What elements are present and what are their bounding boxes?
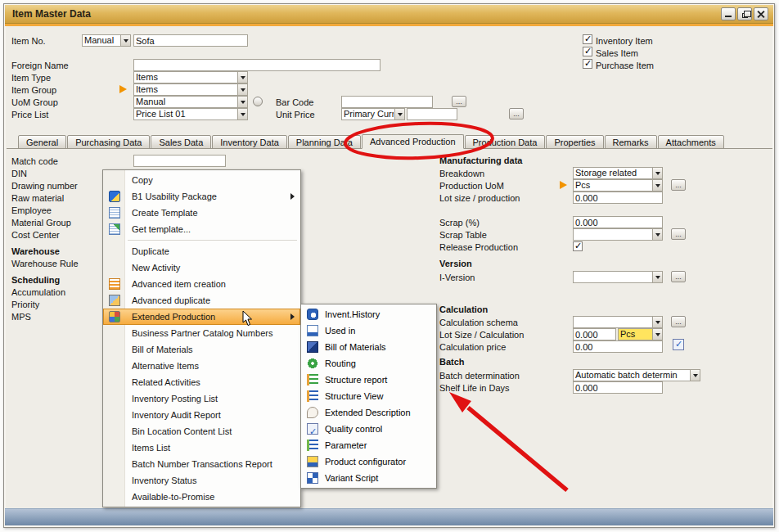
tab-sales-data[interactable]: Sales Data <box>151 135 211 149</box>
submenu-item-invent-history[interactable]: Invent.History <box>301 306 436 322</box>
chevron-down-icon[interactable] <box>652 168 662 178</box>
menu-item-related-activities[interactable]: Related Activities <box>103 374 300 390</box>
submenu-item-extended-description[interactable]: Extended Description <box>301 404 436 421</box>
menu-item-available-to-promise[interactable]: Available-to-Promise <box>103 489 300 505</box>
link-arrow-icon[interactable] <box>119 85 127 93</box>
lot-size-calculation-uom-select[interactable]: Pcs <box>618 328 663 340</box>
menu-item-duplicate[interactable]: Duplicate <box>103 243 300 259</box>
tab-inventory-data[interactable]: Inventory Data <box>212 135 287 149</box>
sales-item-checkbox[interactable] <box>583 47 592 56</box>
chevron-down-icon[interactable] <box>652 272 662 282</box>
menu-item-label: Inventory Audit Report <box>132 410 221 420</box>
chevron-down-icon[interactable] <box>120 35 130 46</box>
menu-item-bill-of-materials[interactable]: Bill of Materials <box>103 341 300 358</box>
item-no-input[interactable] <box>133 34 248 47</box>
submenu-item-routing[interactable]: Routing <box>301 355 436 372</box>
close-button[interactable] <box>754 7 768 20</box>
tab-general[interactable]: General <box>18 135 66 149</box>
price-list-value: Price List 01 <box>134 109 236 119</box>
uom-circle-icon[interactable] <box>253 97 263 106</box>
tab-planning-data[interactable]: Planning Data <box>288 135 361 149</box>
shelf-life-input[interactable] <box>573 381 663 394</box>
restore-button[interactable] <box>737 7 752 20</box>
tab-purchasing-data[interactable]: Purchasing Data <box>67 135 150 149</box>
item-type-select[interactable]: Items <box>133 71 248 83</box>
menu-item-alternative-items[interactable]: Alternative Items <box>103 358 300 374</box>
calculation-schema-select[interactable] <box>573 316 663 328</box>
minimize-button[interactable] <box>721 7 736 20</box>
price-list-select[interactable]: Price List 01 <box>133 108 248 120</box>
scrap-pct-input[interactable] <box>573 216 663 228</box>
i-version-browse-button[interactable]: ... <box>671 271 686 282</box>
tab-advanced-production[interactable]: Advanced Production <box>362 134 464 149</box>
chevron-down-icon[interactable] <box>690 370 700 381</box>
submenu-item-quality-control[interactable]: Quality control <box>301 421 436 437</box>
submenu-item-variant-script[interactable]: Variant Script <box>301 470 436 486</box>
unit-price-currency-select[interactable]: Primary Curr <box>341 108 405 120</box>
lot-size-calculation-input[interactable] <box>573 328 616 340</box>
item-group-select[interactable]: Items <box>133 83 248 96</box>
uom-group-select[interactable]: Manual <box>133 96 248 108</box>
bar-code-input[interactable] <box>341 96 433 108</box>
menu-item-batch-number-transactions-report[interactable]: Batch Number Transactions Report <box>103 456 300 472</box>
batch-determination-select[interactable]: Automatic batch determin <box>573 369 700 381</box>
menu-item-bin-location-content-list[interactable]: Bin Location Content List <box>103 423 300 440</box>
submenu-item-structure-view[interactable]: Structure View <box>301 388 436 404</box>
extended-description-icon <box>307 407 318 418</box>
i-version-select[interactable] <box>573 271 663 283</box>
foreign-name-input[interactable] <box>133 59 380 71</box>
bar-code-browse-button[interactable]: ... <box>452 96 466 107</box>
menu-item-inventory-status[interactable]: Inventory Status <box>103 472 300 489</box>
menu-item-inventory-posting-list[interactable]: Inventory Posting List <box>103 390 300 407</box>
calculation-price-label: Calculation price <box>439 342 506 352</box>
menu-item-create-template[interactable]: Create Template <box>103 205 300 221</box>
chevron-down-icon[interactable] <box>237 109 247 119</box>
menu-item-business-partner-catalog-numbers[interactable]: Business Partner Catalog Numbers <box>103 325 300 341</box>
scrap-table-select[interactable] <box>573 228 663 241</box>
menu-item-get-template[interactable]: Get template... <box>103 221 300 237</box>
chevron-down-icon[interactable] <box>652 317 662 327</box>
purchase-item-checkbox[interactable] <box>583 59 592 69</box>
lot-size-production-input[interactable] <box>573 192 663 204</box>
product-configurator-icon <box>307 456 318 467</box>
match-code-input[interactable] <box>133 155 226 167</box>
chevron-down-icon[interactable] <box>394 109 404 119</box>
release-production-checkbox[interactable] <box>573 241 583 251</box>
chevron-down-icon[interactable] <box>237 72 247 83</box>
menu-item-extended-production[interactable]: Extended Production <box>103 309 300 325</box>
chevron-down-icon[interactable] <box>652 180 662 191</box>
menu-item-new-activity[interactable]: New Activity <box>103 259 300 276</box>
menu-item-advanced-item-creation[interactable]: Advanced item creation <box>103 276 300 292</box>
menu-item-items-list[interactable]: Items List <box>103 440 300 456</box>
submenu-item-product-configurator[interactable]: Product configurator <box>301 453 436 470</box>
submenu-item-parameter[interactable]: Parameter <box>301 437 436 453</box>
tab-production-data[interactable]: Production Data <box>465 135 546 149</box>
tab-properties[interactable]: Properties <box>546 135 603 149</box>
item-no-mode-select[interactable]: Manual <box>82 34 131 47</box>
link-arrow-icon[interactable] <box>560 181 567 189</box>
chevron-down-icon[interactable] <box>237 84 247 95</box>
calculation-schema-browse-button[interactable]: ... <box>671 316 686 327</box>
chevron-down-icon[interactable] <box>652 329 662 340</box>
unit-price-browse-button[interactable]: ... <box>509 108 524 119</box>
production-uom-select[interactable]: Pcs <box>573 179 663 192</box>
tab-attachments[interactable]: Attachments <box>658 135 724 149</box>
chevron-down-icon[interactable] <box>237 97 247 107</box>
menu-item-inventory-audit-report[interactable]: Inventory Audit Report <box>103 407 300 423</box>
tab-remarks[interactable]: Remarks <box>605 135 657 149</box>
menu-item-b1-usability-package[interactable]: B1 Usability Package <box>103 188 300 205</box>
inventory-item-checkbox[interactable] <box>583 34 592 44</box>
chevron-down-icon[interactable] <box>652 229 662 240</box>
menu-item-advanced-duplicate[interactable]: Advanced duplicate <box>103 292 300 309</box>
breakdown-select[interactable]: Storage related <box>573 167 663 179</box>
menu-item-copy[interactable]: Copy <box>103 172 300 188</box>
submenu-item-bill-of-materials[interactable]: Bill of Materials <box>301 339 436 355</box>
submenu-item-structure-report[interactable]: Structure report <box>301 372 436 388</box>
recalculate-icon[interactable] <box>673 339 684 350</box>
calculation-price-input[interactable] <box>573 340 663 353</box>
production-uom-browse-button[interactable]: ... <box>671 179 686 191</box>
manufacturing-data-header: Manufacturing data <box>439 156 522 165</box>
scrap-table-browse-button[interactable]: ... <box>671 228 686 240</box>
submenu-item-used-in[interactable]: Used in <box>301 322 436 339</box>
unit-price-input[interactable] <box>407 108 457 120</box>
